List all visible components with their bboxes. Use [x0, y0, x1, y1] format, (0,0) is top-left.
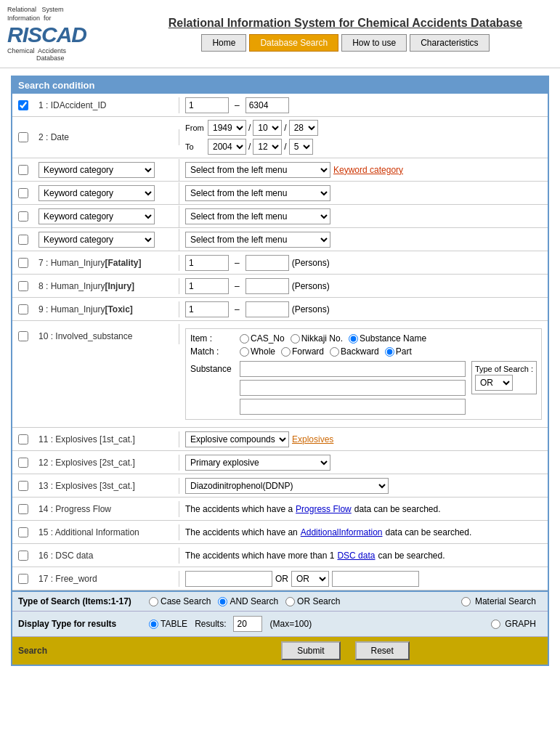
case-search-label[interactable]: Case Search [149, 596, 211, 606]
graph-radio[interactable] [491, 620, 500, 629]
progress-flow-link[interactable]: Progress Flow [296, 504, 352, 514]
and-search-label[interactable]: AND Search [218, 596, 278, 606]
row-keyword4-check[interactable] [12, 188, 34, 198]
substance-input-3[interactable] [240, 399, 466, 415]
row-injury-check[interactable] [12, 281, 34, 291]
substance-input-2[interactable] [240, 380, 466, 396]
row-fatality-check[interactable] [12, 258, 34, 268]
substance-input-1[interactable] [240, 361, 466, 377]
id-to-input[interactable] [245, 97, 289, 113]
progress-checkbox[interactable] [18, 504, 28, 514]
explosives-link[interactable]: Explosives [292, 434, 333, 444]
freeword-input2[interactable] [332, 571, 419, 587]
part-radio-label[interactable]: Part [385, 346, 412, 357]
table-label[interactable]: TABLE [149, 619, 187, 629]
fatality-checkbox[interactable] [18, 258, 28, 268]
keyword6-category-select[interactable]: Keyword category [38, 232, 155, 248]
row-keyword6-check[interactable] [12, 235, 34, 245]
keyword5-checkbox[interactable] [18, 211, 28, 222]
id-from-input[interactable] [185, 97, 229, 113]
row-toxic-check[interactable] [12, 304, 34, 314]
from-month-select[interactable]: 10 [253, 120, 282, 136]
explosive3-checkbox[interactable] [18, 481, 28, 491]
keyword3-checkbox[interactable] [18, 165, 28, 175]
keyword3-category-select[interactable]: Keyword category [38, 162, 155, 178]
dsc-checkbox[interactable] [18, 551, 28, 561]
to-month-select[interactable]: 12 [253, 139, 282, 155]
explosive1-select[interactable]: Explosive compounds [185, 431, 289, 447]
backward-radio[interactable] [330, 347, 339, 357]
row-keyword5-check[interactable] [12, 211, 34, 222]
explosive1-checkbox[interactable] [18, 434, 28, 444]
row-substance-check[interactable] [12, 324, 34, 341]
home-button[interactable]: Home [201, 34, 246, 52]
keyword3-left-select[interactable]: Select from the left menu [185, 162, 330, 178]
freeword-input1[interactable] [185, 571, 272, 587]
freeword-or-select[interactable]: ORAND [291, 571, 329, 587]
whole-radio[interactable] [240, 347, 249, 357]
row-additional-check[interactable] [12, 527, 34, 537]
and-search-radio[interactable] [218, 597, 227, 606]
keyword6-left-select[interactable]: Select from the left menu [185, 232, 330, 248]
row-date-check[interactable] [12, 132, 34, 142]
from-day-select[interactable]: 28 [289, 120, 318, 136]
id-checkbox[interactable] [18, 100, 28, 110]
toxic-from-input[interactable] [185, 301, 229, 317]
or-search-label[interactable]: OR Search [285, 596, 340, 606]
how-to-use-button[interactable]: How to use [341, 34, 407, 52]
forward-radio-label[interactable]: Forward [281, 346, 324, 357]
part-radio[interactable] [385, 347, 394, 357]
characteristics-button[interactable]: Characteristics [410, 34, 489, 52]
reset-button[interactable]: Reset [355, 641, 410, 660]
toxic-checkbox[interactable] [18, 304, 28, 314]
keyword5-left-select[interactable]: Select from the left menu [185, 208, 330, 224]
table-radio[interactable] [149, 620, 158, 629]
cas-radio[interactable] [240, 334, 249, 344]
row-id-check[interactable] [12, 100, 34, 110]
keyword3-link[interactable]: Keyword category [333, 165, 403, 175]
freeword-checkbox[interactable] [18, 574, 28, 584]
case-search-radio[interactable] [149, 597, 158, 606]
row-freeword-check[interactable] [12, 574, 34, 584]
from-year-select[interactable]: 1949 [208, 120, 246, 136]
toxic-to-input[interactable] [245, 301, 289, 317]
keyword6-checkbox[interactable] [18, 235, 28, 245]
submit-button[interactable]: Submit [281, 641, 340, 660]
fatality-to-input[interactable] [245, 255, 289, 271]
backward-radio-label[interactable]: Backward [330, 346, 379, 357]
row-progress-check[interactable] [12, 504, 34, 514]
whole-radio-label[interactable]: Whole [240, 346, 275, 357]
to-year-select[interactable]: 2004 [208, 139, 246, 155]
results-input[interactable] [233, 616, 262, 632]
explosive3-select[interactable]: Diazodinitrophenol(DDNP) [185, 478, 389, 494]
fatality-from-input[interactable] [185, 255, 229, 271]
row-explosive3-check[interactable] [12, 481, 34, 491]
row-explosive2-check[interactable] [12, 458, 34, 468]
row-keyword3-check[interactable] [12, 165, 34, 175]
injury-checkbox[interactable] [18, 281, 28, 291]
additional-info-link[interactable]: AdditionalInformation [301, 527, 383, 537]
subname-radio-label[interactable]: Substance Name [349, 333, 426, 344]
nikkaji-radio-label[interactable]: Nikkaji No. [291, 333, 343, 344]
explosive2-checkbox[interactable] [18, 458, 28, 468]
explosive2-select[interactable]: Primary explosive [185, 455, 330, 471]
injury-from-input[interactable] [185, 278, 229, 294]
forward-radio[interactable] [281, 347, 291, 357]
keyword4-category-select[interactable]: Keyword category [38, 185, 155, 201]
database-search-button[interactable]: Database Search [249, 34, 338, 52]
date-checkbox[interactable] [18, 132, 28, 142]
additional-checkbox[interactable] [18, 527, 28, 537]
material-search-radio[interactable] [461, 597, 471, 606]
dsc-data-link[interactable]: DSC data [337, 551, 375, 561]
or-search-radio[interactable] [285, 597, 295, 606]
cas-radio-label[interactable]: CAS_No [240, 333, 285, 344]
nikkaji-radio[interactable] [291, 334, 300, 344]
row-explosive1-check[interactable] [12, 434, 34, 444]
keyword4-checkbox[interactable] [18, 188, 28, 198]
or-select[interactable]: ORAND [475, 375, 513, 391]
substance-checkbox[interactable] [18, 331, 28, 341]
injury-to-input[interactable] [245, 278, 289, 294]
to-day-select[interactable]: 5 [289, 139, 313, 155]
keyword4-left-select[interactable]: Select from the left menu [185, 185, 330, 201]
keyword5-category-select[interactable]: Keyword category [38, 208, 155, 224]
